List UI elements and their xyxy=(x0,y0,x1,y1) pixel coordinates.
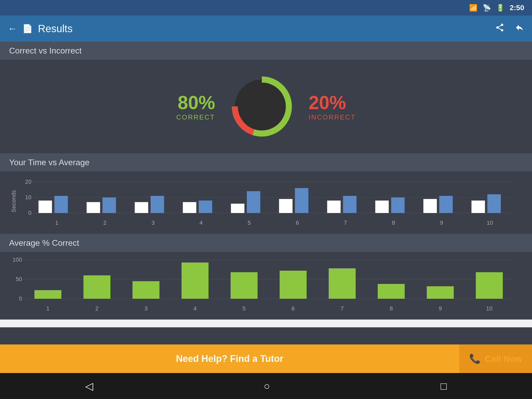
battery-icon: 🔋 xyxy=(496,4,504,12)
incorrect-text: INCORRECT xyxy=(309,113,356,121)
correct-vs-incorrect-header: Correct vs Incorrect xyxy=(0,42,532,60)
reply-icon[interactable] xyxy=(515,23,524,35)
avg-correct-header: Average % Correct xyxy=(0,234,532,252)
correct-percentage: 80% xyxy=(176,92,215,113)
app-title: Results xyxy=(38,23,72,35)
tutor-text: Need Help? Find a Tutor xyxy=(176,353,283,364)
phone-icon: 📞 xyxy=(469,353,481,364)
signal-icon: 📡 xyxy=(483,4,491,12)
avg-chart-canvas xyxy=(10,257,522,312)
back-button[interactable]: ← xyxy=(8,23,17,34)
donut-chart-section: 80% CORRECT 20% INCORRECT xyxy=(0,60,532,153)
document-icon: 📄 xyxy=(22,24,33,34)
svg-point-3 xyxy=(241,85,283,127)
app-bar: ← 📄 Results xyxy=(0,16,532,42)
tutor-text-area: Need Help? Find a Tutor xyxy=(0,344,459,373)
nav-recents-button[interactable]: □ xyxy=(441,380,447,392)
time-chart-area xyxy=(20,177,522,226)
avg-chart-area xyxy=(10,257,522,312)
white-divider xyxy=(0,320,532,327)
donut-chart xyxy=(228,73,296,140)
y-axis-label-time: Seconds xyxy=(10,190,17,212)
avg-correct-chart-section xyxy=(0,252,532,320)
section3-title: Average % Correct xyxy=(9,238,79,248)
correct-text: CORRECT xyxy=(176,113,215,121)
section2-title: Your Time vs Average xyxy=(9,158,90,167)
time-chart-section: Seconds xyxy=(0,171,532,234)
tutor-banner[interactable]: Need Help? Find a Tutor 📞 Call Now xyxy=(0,344,532,373)
time-display: 2:50 xyxy=(510,4,524,12)
correct-label: 80% CORRECT xyxy=(176,92,215,121)
time-chart-canvas xyxy=(20,177,522,226)
incorrect-label: 20% INCORRECT xyxy=(309,92,356,121)
status-bar: 📶 📡 🔋 2:50 xyxy=(0,0,532,16)
navigation-bar: ◁ ○ □ xyxy=(0,373,532,399)
nav-home-button[interactable]: ○ xyxy=(264,380,270,392)
section1-title: Correct vs Incorrect xyxy=(9,46,82,56)
call-now-button[interactable]: 📞 Call Now xyxy=(459,344,532,373)
wifi-icon: 📶 xyxy=(469,4,477,12)
nav-back-button[interactable]: ◁ xyxy=(85,380,93,392)
call-now-text: Call Now xyxy=(485,354,522,364)
incorrect-percentage: 20% xyxy=(309,92,356,113)
share-icon[interactable] xyxy=(495,23,504,35)
time-vs-average-header: Your Time vs Average xyxy=(0,153,532,171)
